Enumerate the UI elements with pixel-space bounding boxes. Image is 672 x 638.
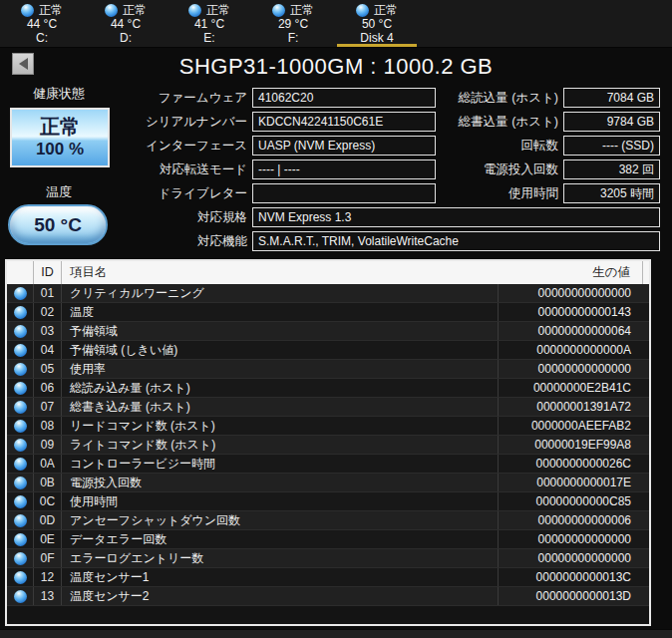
row-status-cell	[7, 458, 33, 471]
status-orb-icon	[14, 590, 27, 603]
drive-tab[interactable]: 正常 44 °C C:	[0, 0, 84, 48]
tab-status-line: 正常	[272, 3, 314, 17]
row-status-cell	[7, 420, 33, 433]
drive-tab[interactable]: 正常 29 °C F:	[251, 0, 335, 48]
status-orb-icon	[14, 571, 27, 584]
row-status-cell	[7, 439, 33, 452]
smart-table-row[interactable]: 09 ライトコマンド数 (ホスト) 00000019EF99A8	[7, 436, 649, 455]
attribute-raw-value: 0000000000013D	[498, 587, 649, 605]
attribute-name: 電源投入回数	[62, 475, 498, 491]
drive-tab-bar: 正常 44 °C C: 正常 44 °C D: 正常 41 °C	[0, 0, 672, 48]
status-orb-icon	[14, 420, 27, 433]
health-orb-icon	[356, 4, 369, 17]
smart-table-row[interactable]: 07 総書き込み量 (ホスト) 00000001391A72	[7, 398, 649, 417]
status-orb-icon	[14, 533, 27, 546]
tab-drive-label: F:	[288, 31, 299, 45]
drive-tab[interactable]: 正常 41 °C E:	[168, 0, 251, 48]
smart-table-row[interactable]: 12 温度センサー1 0000000000013C	[7, 568, 649, 587]
info-field-label: 対応規格	[0, 209, 252, 226]
smart-table-row[interactable]: 0D アンセーフシャットダウン回数 00000000000006	[7, 511, 649, 530]
row-status-cell	[7, 363, 33, 376]
status-orb-icon	[14, 439, 27, 452]
tab-drive-label: Disk 4	[360, 31, 393, 45]
smart-table-row[interactable]: 0C 使用時間 00000000000C85	[7, 492, 649, 511]
info-field-value: 41062C20	[252, 88, 436, 108]
attribute-name: 温度	[62, 304, 498, 321]
attribute-id: 01	[33, 284, 62, 302]
tab-temperature: 44 °C	[27, 17, 57, 31]
row-status-cell	[7, 590, 33, 603]
window-bottom-edge	[0, 629, 672, 638]
row-status-cell	[7, 571, 33, 584]
smart-table-row[interactable]: 06 総読み込み量 (ホスト) 00000000E2B41C	[7, 379, 649, 398]
status-orb-icon	[14, 306, 27, 319]
info-field-row: ドライブレター	[0, 181, 436, 205]
info-field-value: NVM Express 1.3	[252, 207, 660, 227]
attribute-name: 総書き込み量 (ホスト)	[62, 399, 498, 416]
row-status-cell	[7, 401, 33, 414]
smart-table-row[interactable]: 08 リードコマンド数 (ホスト) 0000000AEEFAB2	[7, 417, 649, 436]
tab-health-status: 正常	[290, 3, 314, 17]
row-status-cell	[7, 344, 33, 357]
attribute-id: 06	[33, 379, 62, 397]
attribute-raw-value: 00000000000064	[498, 322, 649, 340]
smart-table-row[interactable]: 03 予備領域 00000000000064	[7, 322, 649, 341]
info-field-row: 回転数 ---- (SSD)	[436, 134, 660, 158]
attribute-name: コントローラービジー時間	[62, 456, 498, 473]
smart-table-row[interactable]: 02 温度 00000000000143	[7, 303, 649, 322]
attribute-name: 予備領域 (しきい値)	[62, 342, 498, 359]
info-field-row: 電源投入回数 382 回	[436, 158, 660, 181]
health-orb-icon	[188, 4, 201, 17]
attribute-name: 使用時間	[62, 493, 498, 510]
attribute-name: 総読み込み量 (ホスト)	[62, 380, 498, 397]
attribute-raw-value: 0000000000000A	[498, 341, 649, 359]
info-field-row: ファームウェア 41062C20	[0, 86, 436, 110]
row-status-cell	[7, 495, 33, 508]
status-orb-icon	[14, 552, 27, 565]
row-status-cell	[7, 552, 33, 565]
attribute-name: データエラー回数	[62, 531, 498, 548]
attribute-raw-value: 00000019EF99A8	[498, 436, 649, 454]
drive-tab[interactable]: 正常 50 °C Disk 4	[335, 0, 419, 48]
status-orb-icon	[14, 363, 27, 376]
smart-table-row[interactable]: 04 予備領域 (しきい値) 0000000000000A	[7, 341, 649, 360]
row-status-cell	[7, 533, 33, 546]
drive-tab[interactable]: 正常 44 °C D:	[84, 0, 168, 48]
info-field-value: UASP (NVM Express)	[252, 136, 436, 156]
smart-table-row[interactable]: 0F エラーログエントリー数 00000000000000	[7, 549, 649, 568]
info-field-value: ---- (SSD)	[563, 136, 660, 156]
header-attribute-name: 項目名	[62, 264, 498, 281]
header-raw-value: 生の値	[498, 261, 643, 284]
info-field-row: シリアルナンバー KDCCN42241150C61E	[0, 110, 436, 134]
drive-info-fields-right: 総読込量 (ホスト) 7084 GB 総書込量 (ホスト) 9784 GB 回転…	[436, 86, 660, 205]
smart-table-row[interactable]: 0A コントローラービジー時間 0000000000026C	[7, 455, 649, 474]
smart-table-row[interactable]: 05 使用率 00000000000000	[7, 360, 649, 379]
smart-table-row[interactable]: 0E データエラー回数 00000000000000	[7, 530, 649, 549]
attribute-name: 温度センサー2	[62, 588, 498, 605]
attribute-id: 04	[33, 341, 62, 359]
smart-table-row[interactable]: 01 クリティカルワーニング 00000000000000	[7, 284, 649, 303]
drive-info-fields-left: ファームウェア 41062C20 シリアルナンバー KDCCN42241150C…	[0, 86, 436, 205]
attribute-raw-value: 00000000000000	[498, 284, 649, 302]
attribute-name: クリティカルワーニング	[62, 285, 498, 302]
smart-table-row[interactable]: 13 温度センサー2 0000000000013D	[7, 587, 649, 606]
attribute-raw-value: 0000000000026C	[498, 455, 649, 473]
info-field-label: ドライブレター	[0, 185, 252, 202]
tab-temperature: 50 °C	[362, 17, 392, 31]
tab-status-line: 正常	[105, 3, 147, 17]
info-field-label: 総書込量 (ホスト)	[436, 114, 563, 131]
smart-attribute-table: ID 項目名 生の値 01 クリティカルワーニング 00000000000000	[5, 259, 651, 626]
row-status-cell	[7, 325, 33, 338]
tab-health-status: 正常	[123, 3, 147, 17]
smart-table-row[interactable]: 0B 電源投入回数 0000000000017E	[7, 474, 649, 492]
tab-health-status: 正常	[206, 3, 230, 17]
attribute-raw-value: 0000000AEEFAB2	[498, 417, 649, 435]
info-field-row: 総書込量 (ホスト) 9784 GB	[436, 110, 660, 134]
tab-health-status: 正常	[39, 3, 63, 17]
status-orb-icon	[14, 401, 27, 414]
attribute-name: ライトコマンド数 (ホスト)	[62, 437, 498, 454]
tab-status-line: 正常	[21, 3, 63, 17]
info-field-label: 対応転送モード	[0, 161, 252, 178]
attribute-raw-value: 00000000000000	[498, 360, 649, 378]
tab-status-line: 正常	[356, 3, 398, 17]
